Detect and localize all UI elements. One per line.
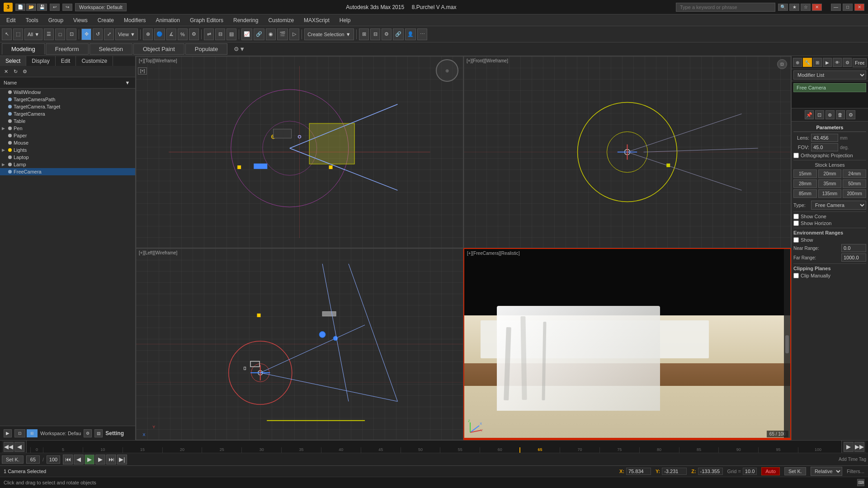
prev-frame-btn2[interactable]: ◀ — [74, 455, 84, 465]
filters-btn[interactable]: Filters... — [847, 469, 864, 474]
next-frame-btn[interactable]: ▶ — [844, 442, 854, 452]
tab-selection[interactable]: Selection — [90, 43, 132, 55]
clip-manually-checkbox[interactable] — [793, 273, 799, 278]
item-arrow[interactable]: ▶ — [2, 126, 6, 131]
fov-input[interactable] — [811, 143, 838, 151]
vp-render-btn[interactable]: ⊡ — [777, 59, 787, 69]
modifier-item-freecamera[interactable]: Free Camera — [793, 83, 866, 92]
menu-graph-editors[interactable]: Graph Editors — [185, 16, 228, 24]
workspace-config-btn[interactable]: ⚙ — [84, 429, 92, 437]
mirror-btn[interactable]: ⇌ — [204, 28, 214, 40]
filter-btn[interactable]: ▼ — [123, 79, 132, 87]
tb-save[interactable]: 💾 — [37, 4, 47, 11]
set-keys-button[interactable]: Set K. — [784, 467, 806, 475]
menu-customize[interactable]: Customize — [264, 16, 298, 24]
reference-dropdown[interactable]: View ▼ — [115, 28, 138, 40]
tab-populate[interactable]: Populate — [185, 43, 227, 55]
panel-btn-motion[interactable]: ▶ — [823, 58, 832, 67]
tb-tools[interactable]: 📄 📂 💾 — [15, 4, 47, 11]
exp-close-btn[interactable]: ✕ — [2, 67, 10, 75]
next-frame-btn2[interactable]: ▶ — [95, 455, 105, 465]
move-btn[interactable]: ✥ — [81, 28, 91, 40]
tab-settings-icon[interactable]: ⚙▼ — [228, 44, 250, 54]
workspace-manage-btn[interactable]: ▤ — [94, 429, 103, 437]
object-name-input[interactable] — [853, 58, 867, 67]
expand-panel-btn[interactable]: ▶ — [4, 429, 12, 437]
render-setup-btn[interactable]: 🎬 — [277, 28, 288, 40]
list-item[interactable]: TargetCameraPath — [0, 96, 135, 103]
select-region-btn[interactable]: ⬚ — [13, 28, 23, 40]
total-frame-input[interactable] — [47, 455, 60, 464]
lens-24mm[interactable]: 24mm — [843, 169, 866, 178]
tb-new[interactable]: 📄 — [15, 4, 25, 11]
last-frame-btn[interactable]: ⏭ — [106, 455, 116, 465]
panel-btn-create[interactable]: ⊕ — [793, 58, 802, 67]
lens-15mm[interactable]: 15mm — [793, 169, 817, 178]
lens-28mm[interactable]: 28mm — [793, 179, 817, 188]
select-region-type[interactable]: □ — [55, 28, 65, 40]
tab-modeling[interactable]: Modeling — [2, 43, 45, 55]
tb-open[interactable]: 📂 — [26, 4, 36, 11]
select-filter-dropdown[interactable]: All ▼ — [24, 28, 42, 40]
explorer-tab-edit[interactable]: Edit — [56, 56, 76, 66]
lens-200mm[interactable]: 200mm — [843, 189, 866, 198]
panel-btn-utilities[interactable]: ⚙ — [843, 58, 852, 67]
lens-35mm[interactable]: 35mm — [818, 179, 842, 188]
list-item[interactable]: TargetCamera — [0, 110, 135, 117]
angle-snap-btn[interactable]: ∡ — [166, 28, 176, 40]
mod-pin-btn[interactable]: 📌 — [805, 110, 814, 119]
named-sel-1[interactable]: ⊞ — [359, 28, 369, 40]
play-btn[interactable]: ▶ — [85, 455, 94, 465]
more-tools[interactable]: ⚙ — [382, 28, 392, 40]
maxscript-listener-btn[interactable]: ⌨ — [857, 479, 864, 486]
select-object-btn[interactable]: ↖ — [2, 28, 12, 40]
list-item[interactable]: Paper — [0, 132, 135, 139]
menu-help[interactable]: Help — [335, 16, 355, 24]
highlight-btn[interactable]: ★ — [789, 4, 799, 11]
list-item-freecamera[interactable]: FreeCamera — [0, 168, 135, 175]
search-input[interactable] — [676, 3, 775, 12]
close-button[interactable]: ✕ — [854, 4, 864, 11]
modifier-list-dropdown[interactable]: Modifier List — [793, 70, 866, 80]
mod-show-end-result[interactable]: ⊡ — [815, 110, 824, 119]
render-btn[interactable]: ▷ — [289, 28, 299, 40]
first-frame-btn[interactable]: ⏮ — [63, 455, 73, 465]
close-search-btn[interactable]: ✕ — [812, 4, 822, 11]
list-item[interactable]: ▶ Lamp — [0, 161, 135, 168]
named-sel-2[interactable]: ⊟ — [370, 28, 380, 40]
tab-object-paint[interactable]: Object Paint — [133, 43, 184, 55]
align-btn[interactable]: ⊟ — [215, 28, 225, 40]
tab-freeform[interactable]: Freeform — [46, 43, 89, 55]
select-by-name-btn[interactable]: ☰ — [44, 28, 54, 40]
list-item[interactable]: Mouse — [0, 139, 135, 146]
auto-key-button[interactable]: Auto — [761, 467, 780, 475]
menu-maxscript[interactable]: MAXScript — [299, 16, 334, 24]
explorer-tab-select[interactable]: Select — [0, 56, 26, 66]
env-show-checkbox[interactable] — [793, 237, 799, 243]
single-view-btn[interactable]: ⊡ — [14, 429, 25, 437]
viewport-top[interactable]: [+][Top][Wireframe] — [136, 56, 463, 248]
menu-create[interactable]: Create — [93, 16, 118, 24]
item-arrow[interactable]: ▶ — [2, 162, 6, 167]
snap-options-btn[interactable]: ⚙ — [189, 28, 199, 40]
mod-make-unique[interactable]: ⊕ — [826, 110, 835, 119]
exp-config-btn[interactable]: ⚙ — [21, 67, 29, 75]
timeline-track[interactable]: 0 5 10 15 20 25 30 35 40 45 50 55 60 65 … — [29, 441, 839, 453]
mod-remove[interactable]: 🗑 — [836, 110, 845, 119]
viewport-left[interactable]: [+][Left][Wireframe] — [136, 248, 463, 440]
reference-frame-dropdown[interactable]: Relative World — [811, 467, 842, 476]
list-item[interactable]: ▶ Lights — [0, 146, 135, 154]
near-range-input[interactable] — [841, 244, 866, 252]
rotate-btn[interactable]: ↺ — [93, 28, 103, 40]
vp-overlay-plus[interactable]: [+] — [138, 67, 147, 75]
lens-135mm[interactable]: 135mm — [818, 189, 842, 198]
menu-tools[interactable]: Tools — [21, 16, 43, 24]
menu-group[interactable]: Group — [44, 16, 68, 24]
curve-editor-btn[interactable]: 📈 — [241, 28, 252, 40]
set-keys-btn[interactable]: Set K. — [2, 455, 24, 464]
list-item[interactable]: ▶ Pen — [0, 125, 135, 132]
menu-edit[interactable]: Edit — [2, 16, 20, 24]
viewport-camera[interactable]: [+][FreeCamera][Realistic] — [463, 248, 791, 440]
schematic-view-btn[interactable]: 🔗 — [254, 28, 264, 40]
list-item[interactable]: Laptop — [0, 154, 135, 161]
